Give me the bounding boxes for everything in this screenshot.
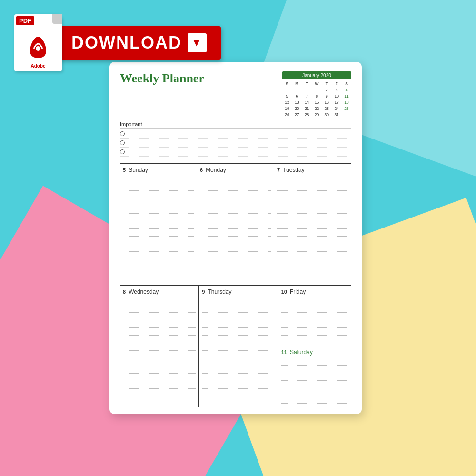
line <box>277 206 348 214</box>
line <box>123 298 196 305</box>
line <box>123 221 194 229</box>
bullet-circle <box>120 149 125 154</box>
line <box>277 176 348 183</box>
lines-saturday <box>281 358 348 405</box>
line <box>202 381 275 389</box>
day-number-9: 9 <box>202 289 205 295</box>
line <box>123 229 194 237</box>
line <box>277 229 348 237</box>
cal-day <box>302 87 312 93</box>
cal-day-name: W <box>312 81 322 87</box>
day-number-8: 8 <box>123 289 126 295</box>
pdf-label: PDF <box>16 16 34 25</box>
line <box>123 343 196 351</box>
line <box>123 237 194 244</box>
cal-day: 24 <box>332 106 341 111</box>
lines-wednesday <box>123 298 196 405</box>
download-arrow-icon <box>188 33 207 52</box>
line <box>277 214 348 221</box>
day-number-11: 11 <box>281 349 287 355</box>
line <box>123 191 194 198</box>
line <box>123 381 196 389</box>
line <box>281 336 348 343</box>
line <box>202 366 275 374</box>
bottom-days-row: 8 Wednesday 9 Thursday <box>120 285 351 407</box>
important-item-1 <box>120 131 351 139</box>
line <box>123 244 194 252</box>
cal-day: 13 <box>292 99 302 105</box>
day-cell-thursday: 9 Thursday <box>199 286 278 407</box>
cal-day: 16 <box>322 99 331 105</box>
cal-day: 2 <box>322 87 331 93</box>
line <box>123 259 194 267</box>
day-cell-sunday: 5 Sunday <box>120 164 197 285</box>
lines-sunday <box>123 176 194 283</box>
lines-thursday <box>202 298 275 405</box>
cal-day-name: S <box>342 81 351 87</box>
line <box>281 381 348 388</box>
cal-day-name: T <box>302 81 312 87</box>
cal-day: 10 <box>332 93 341 99</box>
cal-day: 8 <box>312 93 322 99</box>
cal-day: 1 <box>312 87 322 93</box>
line <box>277 191 348 198</box>
cal-day: 31 <box>332 112 341 118</box>
line <box>123 176 194 183</box>
download-text: DOWNLOAD <box>71 33 182 53</box>
day-name-monday: Monday <box>206 167 226 173</box>
line <box>277 237 348 244</box>
day-header-wednesday: 8 Wednesday <box>123 288 196 295</box>
line <box>281 305 348 313</box>
line <box>277 183 348 191</box>
line <box>202 336 275 343</box>
svg-point-0 <box>36 46 40 51</box>
cal-day: 17 <box>332 99 341 105</box>
line <box>202 358 275 366</box>
cal-day: 25 <box>342 106 351 111</box>
day-header-sunday: 5 Sunday <box>123 167 194 173</box>
download-button[interactable]: DOWNLOAD <box>57 26 221 60</box>
day-header-friday: 10 Friday <box>281 288 348 295</box>
line <box>200 176 271 183</box>
day-cell-tuesday: 7 Tuesday <box>274 164 351 285</box>
line <box>202 343 275 351</box>
mini-calendar: January 2020 S M T W T F S 1 2 3 4 5 <box>282 71 351 118</box>
line <box>202 320 275 328</box>
line <box>123 351 196 358</box>
cal-day: 27 <box>292 112 302 118</box>
friday-saturday-column: 10 Friday 11 Saturday <box>278 286 351 407</box>
cal-day: 3 <box>332 87 341 93</box>
line <box>200 198 271 206</box>
line <box>202 305 275 313</box>
cal-day: 19 <box>282 106 292 111</box>
cal-day: 26 <box>282 112 292 118</box>
cal-day: 11 <box>342 93 351 99</box>
cal-day: 23 <box>322 106 331 111</box>
line <box>123 358 196 366</box>
day-name-wednesday: Wednesday <box>129 288 159 295</box>
day-number-10: 10 <box>281 289 287 295</box>
cal-day: 6 <box>292 93 302 99</box>
cal-day: 9 <box>322 93 331 99</box>
day-cell-wednesday: 8 Wednesday <box>120 286 199 407</box>
cal-day-name: F <box>332 81 341 87</box>
line <box>281 298 348 305</box>
planner-document: Weekly Planner January 2020 S M T W T F … <box>109 62 362 414</box>
pdf-icon: PDF Adobe <box>14 14 62 71</box>
line <box>281 373 348 381</box>
calendar-grid: S M T W T F S 1 2 3 4 5 6 7 8 9 <box>282 81 351 118</box>
cal-day: 22 <box>312 106 322 111</box>
line <box>281 313 348 320</box>
line <box>123 252 194 259</box>
line <box>277 221 348 229</box>
important-item-2 <box>120 140 351 148</box>
line <box>202 374 275 381</box>
cal-day: 5 <box>282 93 292 99</box>
line <box>123 366 196 374</box>
line <box>123 336 196 343</box>
line <box>277 259 348 267</box>
top-days-row: 5 Sunday 6 Monday <box>120 163 351 285</box>
line <box>277 252 348 259</box>
day-number-6: 6 <box>200 167 203 173</box>
cal-day: 14 <box>302 99 312 105</box>
